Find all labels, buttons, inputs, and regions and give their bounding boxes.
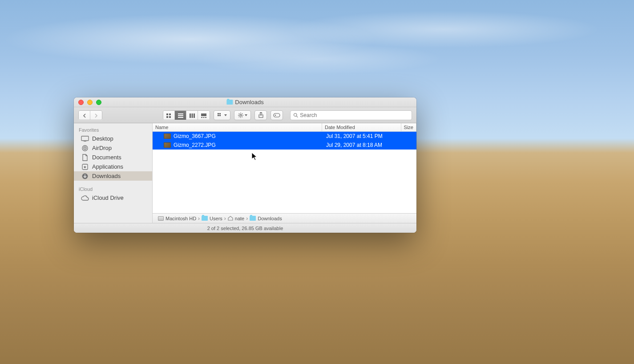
sidebar: Favorites Desktop AirDrop Documents	[74, 123, 153, 223]
svg-rect-17	[219, 115, 221, 116]
documents-icon	[81, 154, 89, 161]
file-list[interactable]: Gizmo_3667.JPG Jul 31, 2007 at 5:41 PM G…	[153, 132, 416, 213]
list-icon	[178, 113, 183, 118]
gallery-icon	[201, 113, 206, 118]
svg-point-21	[275, 114, 276, 115]
svg-rect-3	[169, 116, 171, 118]
fullscreen-button[interactable]	[96, 100, 101, 105]
svg-rect-6	[178, 117, 183, 118]
sidebar-item-icloud-drive[interactable]: iCloud Drive	[74, 193, 152, 202]
svg-rect-2	[166, 116, 168, 118]
forward-button[interactable]	[90, 111, 102, 120]
path-label: Macintosh HD	[166, 216, 196, 221]
path-segment-current[interactable]: Downloads	[250, 216, 282, 221]
path-label: nate	[235, 216, 244, 221]
file-name: Gizmo_2272.JPG	[174, 142, 216, 148]
file-row[interactable]: Gizmo_3667.JPG Jul 31, 2007 at 5:41 PM	[153, 132, 416, 141]
sidebar-item-downloads[interactable]: Downloads	[74, 171, 152, 181]
svg-rect-11	[201, 117, 202, 118]
pathbar: Macintosh HD › Users › nate › Downloads	[153, 213, 416, 223]
path-separator: ›	[224, 215, 226, 222]
view-group	[163, 110, 210, 120]
svg-rect-8	[191, 113, 193, 118]
home-icon	[228, 216, 233, 221]
search-box[interactable]	[290, 110, 412, 120]
svg-point-18	[240, 114, 242, 116]
gallery-view-button[interactable]	[198, 111, 210, 120]
file-date: Jul 31, 2007 at 5:41 PM	[323, 133, 403, 139]
sidebar-item-label: iCloud Drive	[92, 194, 124, 201]
finder-window: Downloads	[74, 97, 416, 233]
file-row[interactable]: Gizmo_2272.JPG Jul 29, 2007 at 8:18 AM	[153, 141, 416, 150]
sidebar-item-label: Desktop	[92, 135, 113, 142]
column-header-name[interactable]: Name	[153, 123, 322, 131]
back-button[interactable]	[79, 111, 90, 120]
column-view-button[interactable]	[186, 111, 198, 120]
action-button[interactable]	[234, 110, 251, 120]
sidebar-item-documents[interactable]: Documents	[74, 153, 152, 162]
path-segment-root[interactable]: Macintosh HD	[158, 216, 196, 221]
path-label: Downloads	[258, 216, 282, 221]
image-thumbnail-icon	[164, 142, 171, 148]
toolbar	[74, 107, 416, 123]
chevron-down-icon	[224, 114, 227, 116]
content-area: Favorites Desktop AirDrop Documents	[74, 123, 416, 223]
sidebar-item-label: Applications	[92, 163, 123, 170]
titlebar[interactable]: Downloads	[74, 97, 416, 107]
sidebar-section-favorites: Favorites	[74, 125, 152, 134]
path-separator: ›	[246, 215, 248, 222]
chevron-right-icon	[94, 113, 98, 118]
icon-view-button[interactable]	[163, 111, 175, 120]
sidebar-item-airdrop[interactable]: AirDrop	[74, 143, 152, 153]
path-segment-users[interactable]: Users	[202, 216, 222, 221]
window-title: Downloads	[226, 99, 263, 105]
svg-rect-1	[169, 113, 171, 115]
gear-icon	[238, 113, 243, 118]
window-title-label: Downloads	[235, 99, 263, 105]
close-button[interactable]	[78, 100, 84, 105]
grid-dropdown-icon	[218, 113, 223, 117]
share-button[interactable]	[254, 110, 267, 120]
image-thumbnail-icon	[164, 133, 171, 139]
svg-rect-23	[81, 136, 89, 141]
svg-rect-24	[84, 141, 86, 142]
desktop-icon	[81, 135, 89, 142]
svg-rect-12	[203, 117, 205, 118]
svg-point-27	[85, 148, 85, 149]
folder-icon	[226, 100, 233, 105]
airdrop-icon	[81, 145, 89, 151]
nav-group	[78, 110, 102, 120]
file-date: Jul 29, 2007 at 8:18 AM	[323, 142, 403, 148]
svg-rect-13	[205, 117, 206, 118]
grid-icon	[166, 113, 172, 118]
minimize-button[interactable]	[87, 100, 93, 105]
svg-rect-14	[218, 113, 219, 114]
sidebar-item-label: Downloads	[92, 173, 121, 179]
disk-icon	[158, 216, 164, 221]
file-name: Gizmo_3667.JPG	[174, 133, 216, 139]
desktop-wallpaper-clouds	[0, 0, 634, 98]
path-label: Users	[210, 216, 222, 221]
sidebar-item-label: Documents	[92, 154, 121, 161]
statusbar: 2 of 2 selected, 26.85 GB available	[74, 223, 416, 233]
path-segment-home[interactable]: nate	[228, 216, 244, 221]
svg-rect-4	[178, 113, 183, 114]
search-input[interactable]	[300, 112, 409, 118]
status-text: 2 of 2 selected, 26.85 GB available	[207, 226, 283, 231]
svg-rect-9	[194, 113, 195, 118]
tags-button[interactable]	[271, 110, 283, 120]
list-view-button[interactable]	[175, 111, 186, 120]
column-header-size[interactable]: Size	[401, 123, 416, 131]
columns-icon	[190, 113, 195, 118]
tag-icon	[273, 113, 280, 117]
applications-icon	[81, 163, 89, 170]
sidebar-item-applications[interactable]: Applications	[74, 162, 152, 171]
svg-rect-15	[219, 113, 221, 114]
folder-icon	[250, 216, 256, 221]
path-separator: ›	[198, 215, 200, 222]
sidebar-item-label: AirDrop	[92, 145, 112, 151]
arrange-button[interactable]	[214, 110, 230, 120]
column-header-date[interactable]: Date Modified	[322, 123, 401, 131]
sidebar-item-desktop[interactable]: Desktop	[74, 134, 152, 143]
svg-rect-5	[178, 115, 183, 116]
